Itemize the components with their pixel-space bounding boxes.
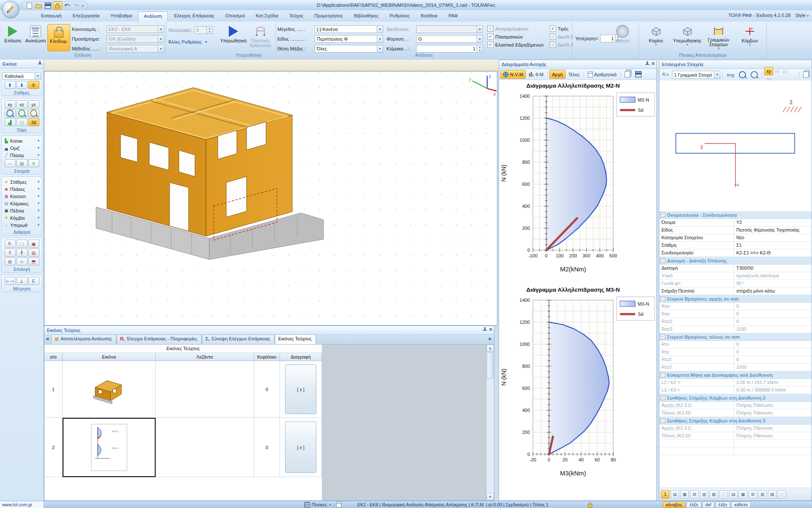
property-value[interactable]: 0 — [734, 303, 812, 310]
new-document-icon[interactable] — [25, 2, 33, 9]
element-filter-Πλασμ[interactable]: ╱Πλασμ▼ — [3, 152, 41, 159]
property-value[interactable]: 1100 — [734, 326, 812, 333]
property-value[interactable]: στήριξη μόνο κάτω — [734, 287, 812, 295]
tabs-scroll-left-icon[interactable]: ◀ — [46, 337, 49, 341]
report-icon[interactable]: ▧ — [710, 490, 718, 499]
tables-status-select[interactable]: Πίνακες ▼ | — [304, 502, 341, 508]
pushover-button[interactable]: Υπερωθητική — [222, 24, 244, 50]
plastic-hinges-button[interactable]: Πλαστικές Αρθρώσεις — [250, 24, 272, 50]
grid2-icon[interactable]: ▦ — [739, 490, 747, 499]
scroll-thumb[interactable] — [487, 352, 494, 378]
view-xy-button[interactable]: xy — [5, 100, 16, 108]
tables-Κτιρίου-button[interactable]: Κτιρίου▾ — [641, 24, 671, 50]
scroll-down-icon[interactable]: ▼ — [486, 493, 494, 500]
website-link[interactable]: www.tol.com.gr — [0, 501, 44, 508]
property-value[interactable]: Σ1 — [734, 242, 812, 249]
open-folder-icon[interactable] — [34, 2, 43, 9]
toggle-έλξη-3[interactable]: έλξη — [716, 502, 730, 508]
view-yz-button[interactable]: yz — [28, 100, 39, 108]
app-button[interactable] — [2, 1, 19, 18]
wireframe-mode-icon[interactable]: ◫ — [16, 118, 27, 126]
toggle-έλξη-1[interactable]: έλξη — [686, 502, 701, 508]
measure-area-icon[interactable]: Ε — [28, 277, 39, 285]
toggle-dxf-2[interactable]: dxf — [702, 502, 714, 508]
check-Απαραμόρφωτο[interactable]: ✓Απαραμόρφωτο — [487, 25, 544, 33]
collapse-icon[interactable]: − — [661, 395, 665, 400]
bottom-tab-Σύνοψη Ελέγχων Επάρκειας[interactable]: Σ꜀Σύνοψη Ελέγχων Επάρκειας — [202, 334, 274, 344]
property-section[interactable]: −Στερεοί Βραχίονες τέλους σε mm — [659, 333, 812, 341]
magnitude-select[interactable]: [-]-Κανένα▼ — [315, 25, 383, 33]
element-filter-Οριζ[interactable]: ▄Οριζ▼ — [3, 144, 41, 152]
chapter-cell[interactable]: 0 — [254, 361, 280, 418]
collapse-icon[interactable]: − — [661, 258, 665, 263]
property-section[interactable]: −Ονοματολογία - Συνδεσμολογία — [659, 211, 812, 219]
zoom-extents-icon[interactable] — [737, 71, 748, 79]
property-section[interactable]: −Διατομή - Διάταξη Όπλισης — [659, 257, 812, 265]
check-Τιμές[interactable]: ✓Τιμές — [550, 25, 573, 33]
property-value[interactable]: Πλήρης Πάκτωση — [734, 425, 812, 432]
list2-icon[interactable]: ▥ — [758, 490, 767, 499]
property-section[interactable]: −Εύκαμπτα Μήκη και Δυσκαμψίες ανά Διεύθυ… — [659, 371, 812, 379]
column-header-Λεζάντα[interactable]: Λεζάντα — [156, 353, 254, 361]
zoom-extents-icon[interactable] — [16, 109, 27, 117]
menu-tab-Έλεγχος Επάρκειας[interactable]: Έλεγχος Επάρκειας — [168, 11, 219, 22]
method-select[interactable]: Ιδιομορφική Α▼ — [107, 45, 164, 52]
annex-select[interactable]: GR (Ελλάδα)▼ — [107, 35, 164, 43]
copy-button[interactable] — [623, 70, 632, 78]
list-icon[interactable]: ▥ — [700, 490, 708, 499]
property-value[interactable]: Τ300/50 — [734, 265, 812, 272]
element-filter-Κατακ[interactable]: ▙Κατακ▼ — [3, 137, 41, 144]
property-value[interactable]: Πλήρης Πάκτωση — [734, 432, 812, 439]
column-header-Διαγραφή[interactable]: Διαγραφή — [280, 353, 322, 361]
menu-tab-Προμετρήσεις[interactable]: Προμετρήσεις — [309, 11, 348, 22]
collapse-icon[interactable]: − — [661, 296, 665, 301]
misc-item-Στάθμες[interactable]: ≋Στάθμες▼ — [3, 178, 41, 185]
property-value[interactable]: 0 — [734, 348, 812, 356]
menu-tab-Υπόβαθρο[interactable]: Υπόβαθρο — [105, 11, 138, 22]
menu-tab-Ανάλυση[interactable]: Ανάλυση — [138, 11, 168, 22]
bottom-tab-Αποτελέσματα Ανάλυσης[interactable]: ▦Αποτελέσματα Ανάλυσης — [51, 334, 116, 344]
pin-icon[interactable] — [483, 327, 487, 332]
sheet-icon[interactable]: ▤ — [671, 490, 679, 499]
wall-elements-icon[interactable]: ▤ — [16, 159, 27, 167]
chapter-cell[interactable]: 0 — [254, 418, 280, 477]
property-value[interactable]: Κ2-Σ1 ==> Κ2-Θ — [734, 249, 812, 257]
level-up-button[interactable]: ⬆ — [5, 81, 16, 89]
property-value[interactable]: 0 — [734, 341, 812, 348]
select-grid-icon[interactable]: ⠿ — [5, 248, 16, 257]
mass-position-select[interactable]: Όλες▼ — [315, 45, 383, 52]
select-add-icon[interactable]: ⇱ — [5, 240, 16, 248]
collapse-icon[interactable]: − — [661, 418, 665, 423]
property-value[interactable]: Πεσσός Φέρουσας Τοιχοποιίας — [734, 226, 812, 234]
measure-angle-icon[interactable]: ∠ — [16, 277, 27, 285]
property-value[interactable]: 0 — [734, 356, 812, 363]
property-value[interactable]: 3.00 m / 291.7 kN/m — [734, 379, 812, 386]
copy-section-icon[interactable] — [801, 71, 810, 79]
table-icon[interactable]: ⊞ — [690, 490, 699, 499]
refresh-button[interactable]: Ανανέωση — [25, 24, 47, 50]
image-cell[interactable]: M2-NM3-N — [63, 418, 156, 477]
menu-tab-Εισαγωγή[interactable]: Εισαγωγή — [36, 11, 67, 22]
toggle-κάθετα-4[interactable]: κάθετα — [731, 502, 751, 508]
menu-tab-ΡΑΦ[interactable]: ΡΑΦ — [443, 11, 463, 22]
column-header-Κεφάλαιο[interactable]: Κεφάλαιο — [254, 353, 280, 361]
collapse-icon[interactable]: − — [661, 334, 665, 339]
misc-item-Υπερωθ[interactable]: ⌂Υπερωθ▼ — [3, 221, 41, 229]
misc-item-Κλίμακες[interactable]: ▤Κλίμακες▼ — [3, 200, 41, 207]
menu-tab-Οπλισμοί[interactable]: Οπλισμοί — [220, 11, 250, 22]
numeric-button[interactable]: Αριθμητικά — [586, 70, 619, 78]
property-section[interactable]: −Στερεοί Βραχίονες αρχής σε mm — [659, 295, 812, 303]
misc-item-Κόμβοι[interactable]: ✚Κόμβοι▼ — [3, 214, 41, 221]
delete-image-button[interactable]: [ x ] — [285, 364, 316, 414]
level-down-button[interactable]: ⬇ — [16, 81, 27, 89]
img-button[interactable]: img — [725, 71, 736, 79]
render-mode-icon[interactable]: ▟ — [5, 118, 16, 126]
property-value[interactable]: 1000 — [734, 364, 812, 371]
pick-add-icon[interactable]: ⇱+ — [661, 71, 671, 79]
select-props-icon[interactable]: ▤ — [28, 248, 39, 257]
motion-button[interactable]: Κίνηση — [612, 24, 634, 50]
caption-cell[interactable] — [156, 418, 254, 477]
scroll-up-icon[interactable]: ▲ — [486, 345, 494, 352]
grid-icon[interactable]: ▦ — [680, 490, 689, 499]
column-header-α/α[interactable]: α/α — [44, 353, 63, 361]
